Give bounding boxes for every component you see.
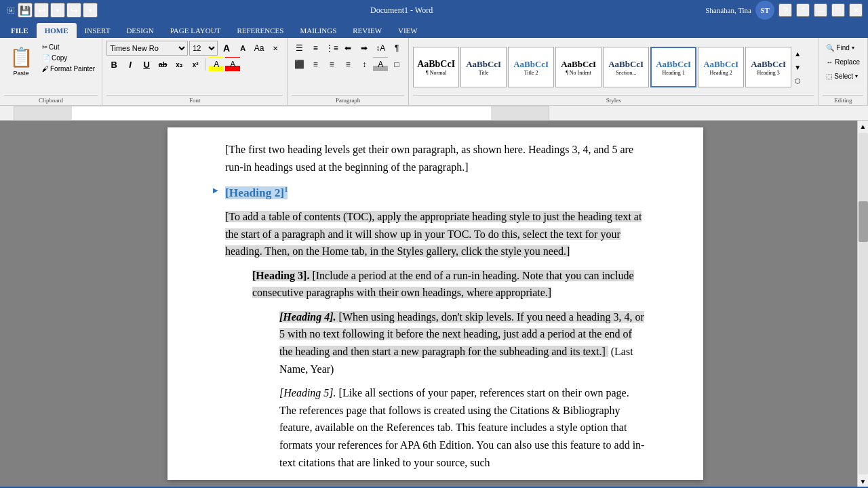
copy-button[interactable]: 📄 Copy (39, 53, 98, 63)
multi-list-button[interactable]: ⋮≡ (324, 41, 339, 56)
clear-formatting-button[interactable]: ✕ (268, 41, 283, 56)
bullets-button[interactable]: ☰ (292, 41, 307, 56)
styles-expand[interactable]: ⬡ (793, 74, 802, 87)
increase-indent-button[interactable]: ➡ (357, 41, 372, 56)
heading4-content: [Heading 4]. [When using headings, don't… (279, 311, 644, 357)
style-heading1[interactable]: AaBbCcI Heading 1 (650, 47, 696, 87)
font-controls: Times New Ro 12 A A Aa ✕ B I U ab x₂ (106, 41, 283, 72)
superscript-button[interactable]: x² (188, 57, 203, 72)
tab-mailings[interactable]: MAILINGS (292, 23, 344, 38)
find-button[interactable]: 🔍 Find ▾ (823, 41, 863, 54)
style-heading2-label: Heading 2 (710, 70, 732, 76)
subscript-button[interactable]: x₂ (172, 57, 186, 72)
decrease-indent-button[interactable]: ⬅ (340, 41, 355, 56)
editing-buttons: 🔍 Find ▾ ↔ Replace ⬚ Select ▾ (823, 41, 863, 83)
clipboard-label: Clipboard (4, 95, 98, 104)
tab-view[interactable]: VIEW (390, 23, 426, 38)
collapse-arrow[interactable]: ▶ (213, 185, 218, 196)
undo-dropdown-button[interactable]: ▾ (50, 3, 65, 18)
close-button[interactable]: ✕ (849, 3, 863, 17)
tab-insert[interactable]: INSERT (77, 23, 119, 38)
italic-button[interactable]: I (123, 57, 138, 72)
select-button[interactable]: ⬚ Select ▾ (823, 69, 863, 83)
document[interactable]: [The first two heading levels get their … (167, 127, 703, 480)
help-button[interactable]: ? (778, 3, 792, 17)
style-section-label: Section... (616, 70, 636, 76)
replace-button[interactable]: ↔ Replace (823, 55, 863, 68)
title-bar: 🇼 💾 ↩ ▾ ↪ ▾ Document1 - Word Shanahan, T… (0, 0, 868, 20)
style-title-preview: AaBbCcI (466, 59, 501, 70)
sort-button[interactable]: ↕A (373, 41, 388, 56)
shrink-font-button[interactable]: A (235, 41, 250, 56)
change-case-button[interactable]: Aa (252, 41, 267, 56)
paragraph-label: Paragraph (292, 95, 404, 104)
heading4-para: [Heading 4]. [When using headings, don't… (279, 308, 646, 378)
show-hide-button[interactable]: ¶ (389, 41, 404, 56)
tab-file[interactable]: FILE (3, 23, 37, 38)
font-family-select[interactable]: Times New Ro (106, 41, 188, 56)
style-section[interactable]: AaBbCcI Section... (603, 47, 649, 87)
tab-design[interactable]: DESIGN (118, 23, 161, 38)
scroll-track[interactable] (859, 133, 868, 474)
grow-font-button[interactable]: A (219, 41, 234, 56)
tab-review[interactable]: REVIEW (344, 23, 390, 38)
numbered-list-button[interactable]: ≡ (308, 41, 323, 56)
style-normal[interactable]: AaBbCcI ¶ Normal (413, 47, 459, 87)
style-normal-preview: AaBbCcI (417, 59, 455, 70)
minimize-button[interactable]: — (814, 3, 827, 17)
undo-quick-button[interactable]: ↩ (34, 3, 49, 18)
heading4-label: [Heading 4]. (279, 311, 336, 323)
scroll-down-button[interactable]: ▼ (858, 476, 869, 487)
tab-home[interactable]: HOME (37, 23, 77, 38)
style-title2[interactable]: AaBbCcI Title 2 (508, 47, 554, 87)
style-title[interactable]: AaBbCcI Title (460, 47, 507, 87)
align-left-button[interactable]: ⬛ (292, 57, 307, 72)
border-button[interactable]: □ (389, 57, 404, 72)
title-bar-left: 🇼 💾 ↩ ▾ ↪ ▾ (5, 3, 98, 18)
align-right-button[interactable]: ≡ (324, 57, 339, 72)
font-color-button[interactable]: A (225, 57, 240, 72)
strikethrough-button[interactable]: ab (155, 57, 170, 72)
scroll-thumb[interactable] (859, 201, 868, 242)
format-painter-button[interactable]: 🖌 Format Painter (39, 64, 98, 74)
style-no-indent[interactable]: AaBbCcI ¶ No Indent (555, 47, 601, 87)
save-quick-button[interactable]: 💾 (18, 3, 33, 18)
style-heading3[interactable]: AaBbCcI Heading 3 (745, 47, 791, 87)
quick-access-dropdown[interactable]: ▾ (83, 3, 98, 18)
tab-page-layout[interactable]: PAGE LAYOUT (162, 23, 229, 38)
replace-icon: ↔ (826, 58, 833, 66)
paste-button[interactable]: 📋 Paste (4, 41, 38, 81)
document-scroll-area[interactable]: [The first two heading levels get their … (14, 121, 857, 487)
ribbon-collapse-button[interactable]: ⌃ (796, 3, 810, 17)
copy-label: Copy (52, 54, 67, 62)
style-section-preview: AaBbCcI (608, 59, 644, 70)
line-spacing-button[interactable]: ↕ (357, 57, 372, 72)
clipboard-group: 📋 Paste ✂ Cut 📄 Copy 🖌 Format Painter Cl… (0, 38, 102, 105)
scroll-up-button[interactable]: ▲ (858, 121, 869, 131)
cut-button[interactable]: ✂ Cut (39, 42, 98, 52)
shading-button[interactable]: A (373, 57, 388, 72)
heading2: [Heading 2]1 (225, 184, 646, 203)
tab-references[interactable]: REFERENCES (229, 23, 292, 38)
left-margin (0, 121, 14, 487)
center-button[interactable]: ≡ (308, 57, 323, 72)
style-heading1-preview: AaBbCcI (656, 59, 691, 70)
select-dropdown-icon: ▾ (855, 73, 858, 79)
cut-icon: ✂ (42, 43, 47, 51)
style-heading2[interactable]: AaBbCcI Heading 2 (698, 47, 744, 87)
styles-scroll-down[interactable]: ▼ (793, 60, 802, 74)
justify-button[interactable]: ≡ (340, 57, 355, 72)
scrollbar-vertical[interactable]: ▲ ▼ (857, 121, 868, 487)
highlight-button[interactable]: A (209, 57, 224, 72)
word-icon: 🇼 (5, 5, 16, 16)
font-size-select[interactable]: 12 (189, 41, 218, 56)
underline-button[interactable]: U (139, 57, 154, 72)
toc-para-block: [To add a table of contents (TOC), apply… (225, 208, 646, 260)
maximize-button[interactable]: □ (831, 3, 845, 17)
user-name: Shanahan, Tina (705, 6, 751, 14)
styles-scroll-up[interactable]: ▲ (793, 47, 802, 60)
bold-button[interactable]: B (106, 57, 121, 72)
redo-quick-button[interactable]: ↪ (66, 3, 81, 18)
intro-para-block: [The first two heading levels get their … (225, 141, 646, 176)
heading3-content: [Heading 3]. [Include a period at the en… (252, 270, 634, 299)
